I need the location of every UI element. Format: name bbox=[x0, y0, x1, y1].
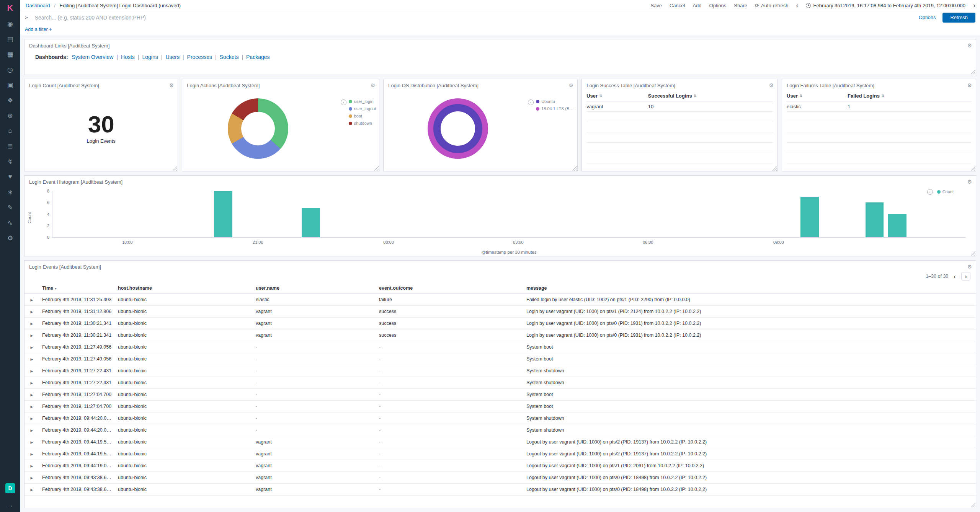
legend-item[interactable]: user_login bbox=[349, 99, 376, 104]
expand-row-icon[interactable]: ▶ bbox=[31, 405, 33, 409]
add-filter-link[interactable]: Add a filter + bbox=[25, 27, 52, 32]
column-header-outcome[interactable]: event.outcome bbox=[376, 283, 523, 294]
panel-resize-handle[interactable] bbox=[172, 165, 177, 171]
time-forward-button[interactable]: › bbox=[973, 2, 975, 9]
expand-row-icon[interactable]: ▶ bbox=[31, 310, 33, 314]
panel-resize-handle[interactable] bbox=[572, 165, 577, 171]
panel-options-gear-icon[interactable]: ⚙ bbox=[569, 83, 574, 88]
expand-row-icon[interactable]: ▶ bbox=[31, 334, 33, 338]
canvas-icon[interactable]: ▣ bbox=[0, 77, 20, 93]
panel-options-gear-icon[interactable]: ⚙ bbox=[967, 43, 972, 48]
sidebar-expand-icon[interactable]: → bbox=[7, 502, 13, 508]
kibana-logo-icon[interactable]: K bbox=[0, 0, 20, 16]
legend-item[interactable]: boot bbox=[349, 114, 376, 118]
dashboard-icon[interactable]: ▦ bbox=[0, 47, 20, 62]
expand-row-icon[interactable]: ▶ bbox=[31, 346, 33, 349]
expand-row-icon[interactable]: ▶ bbox=[31, 381, 33, 385]
space-badge[interactable]: D bbox=[5, 483, 15, 493]
panel-options-gear-icon[interactable]: ⚙ bbox=[967, 83, 972, 88]
dashboard-link[interactable]: Logins bbox=[142, 54, 158, 60]
legend-item[interactable]: Ubuntu bbox=[536, 99, 574, 104]
time-range-picker[interactable]: February 3rd 2019, 16:17:08.984 to Febru… bbox=[806, 3, 965, 8]
login-os-donut[interactable] bbox=[428, 98, 488, 159]
expand-row-icon[interactable]: ▶ bbox=[31, 464, 33, 468]
panel-header[interactable]: Login Count [Auditbeat System] ⚙ bbox=[24, 79, 178, 90]
panel-header[interactable]: Login Success Table [Auditbeat System] ⚙ bbox=[582, 79, 777, 90]
legend-item[interactable]: shutdown bbox=[349, 121, 376, 126]
monitoring-icon[interactable]: ∿ bbox=[0, 215, 20, 230]
column-header[interactable]: Failed Logins⇅ bbox=[848, 93, 971, 99]
expand-row-icon[interactable]: ▶ bbox=[31, 322, 33, 326]
graph-icon[interactable]: ∗ bbox=[0, 184, 20, 200]
dashboard-link[interactable]: Sockets bbox=[220, 54, 239, 60]
legend-item[interactable]: 18.04.1 LTS (Bionic B... bbox=[536, 106, 574, 111]
histogram-bar[interactable] bbox=[800, 197, 819, 237]
panel-header[interactable]: Login Event Histogram [Auditbeat System]… bbox=[24, 176, 976, 186]
dashboard-link[interactable]: Users bbox=[165, 54, 180, 60]
panel-options-gear-icon[interactable]: ⚙ bbox=[967, 264, 972, 269]
panel-resize-handle[interactable] bbox=[970, 250, 975, 256]
search-input[interactable] bbox=[35, 15, 914, 21]
expand-row-icon[interactable]: ▶ bbox=[31, 369, 33, 373]
panel-resize-handle[interactable] bbox=[970, 502, 975, 507]
legend-toggle-icon[interactable]: ‹ bbox=[341, 99, 346, 105]
visualize-icon[interactable]: ▤ bbox=[0, 31, 20, 47]
machine-learning-icon[interactable]: ⊛ bbox=[0, 108, 20, 123]
panel-header[interactable]: Dashboard Links [Auditbeat System] ⚙ bbox=[24, 39, 976, 50]
share-button[interactable]: Share bbox=[734, 3, 747, 8]
legend-toggle-icon[interactable]: ‹ bbox=[528, 99, 534, 105]
dashboard-link[interactable]: Processes bbox=[187, 54, 212, 60]
uptime-icon[interactable]: ♥ bbox=[0, 169, 20, 184]
breadcrumb-dashboard-link[interactable]: Dashboard bbox=[26, 3, 50, 8]
pagination-next-button[interactable]: › bbox=[961, 272, 970, 280]
add-button[interactable]: Add bbox=[693, 3, 701, 8]
expand-row-icon[interactable]: ▶ bbox=[31, 440, 33, 444]
apm-icon[interactable]: ↯ bbox=[0, 154, 20, 169]
panel-header[interactable]: Login Actions [Auditbeat System] ⚙ bbox=[182, 79, 379, 90]
expand-row-icon[interactable]: ▶ bbox=[31, 298, 33, 302]
management-icon[interactable]: ⚙ bbox=[0, 230, 20, 246]
dashboard-link[interactable]: Packages bbox=[246, 54, 270, 60]
column-header-username[interactable]: user.name bbox=[253, 283, 376, 294]
column-header[interactable]: Successful Logins⇅ bbox=[648, 93, 773, 99]
refresh-button[interactable]: Refresh bbox=[942, 13, 975, 23]
auto-refresh-button[interactable]: ⟳ Auto-refresh bbox=[755, 3, 788, 8]
panel-options-gear-icon[interactable]: ⚙ bbox=[371, 83, 376, 88]
maps-icon[interactable]: ❖ bbox=[0, 93, 20, 108]
timelion-icon[interactable]: ◷ bbox=[0, 62, 20, 77]
login-actions-donut[interactable] bbox=[228, 98, 288, 159]
panel-resize-handle[interactable] bbox=[373, 165, 379, 171]
cancel-button[interactable]: Cancel bbox=[670, 3, 685, 8]
histogram-legend-label[interactable]: Count bbox=[942, 189, 954, 194]
panel-resize-handle[interactable] bbox=[772, 165, 777, 171]
expand-row-icon[interactable]: ▶ bbox=[31, 357, 33, 361]
column-header[interactable]: User⇅ bbox=[787, 93, 848, 99]
histogram-bar[interactable] bbox=[888, 214, 906, 238]
panel-resize-handle[interactable] bbox=[970, 69, 975, 74]
pagination-prev-button[interactable]: ‹ bbox=[954, 273, 956, 280]
infrastructure-icon[interactable]: ⌂ bbox=[0, 123, 20, 139]
histogram-bar[interactable] bbox=[214, 191, 232, 237]
dashboard-link[interactable]: Hosts bbox=[121, 54, 135, 60]
expand-row-icon[interactable]: ▶ bbox=[31, 476, 33, 480]
histogram-bar[interactable] bbox=[866, 202, 884, 237]
column-header-message[interactable]: message bbox=[523, 283, 976, 294]
panel-header[interactable]: Login OS Distribution [Auditbeat System]… bbox=[384, 79, 577, 90]
dev-tools-icon[interactable]: ✎ bbox=[0, 200, 20, 215]
options-button[interactable]: Options bbox=[709, 3, 727, 8]
column-header-time[interactable]: Time▾ bbox=[39, 283, 115, 294]
legend-item[interactable]: user_logout bbox=[349, 106, 376, 111]
time-back-button[interactable]: ‹ bbox=[796, 2, 798, 9]
legend-toggle-icon[interactable]: ‹ bbox=[927, 189, 933, 195]
discover-icon[interactable]: ◉ bbox=[0, 16, 20, 31]
column-header-hostname[interactable]: host.hostname bbox=[115, 283, 253, 294]
expand-row-icon[interactable]: ▶ bbox=[31, 488, 33, 492]
save-button[interactable]: Save bbox=[650, 3, 662, 8]
expand-row-icon[interactable]: ▶ bbox=[31, 429, 33, 432]
logs-icon[interactable]: ≣ bbox=[0, 139, 20, 154]
panel-header[interactable]: Login Failures Table [Auditbeat System] … bbox=[782, 79, 976, 90]
dashboard-link[interactable]: System Overview bbox=[72, 54, 113, 60]
expand-row-icon[interactable]: ▶ bbox=[31, 393, 33, 397]
expand-row-icon[interactable]: ▶ bbox=[31, 417, 33, 421]
expand-row-icon[interactable]: ▶ bbox=[31, 452, 33, 456]
